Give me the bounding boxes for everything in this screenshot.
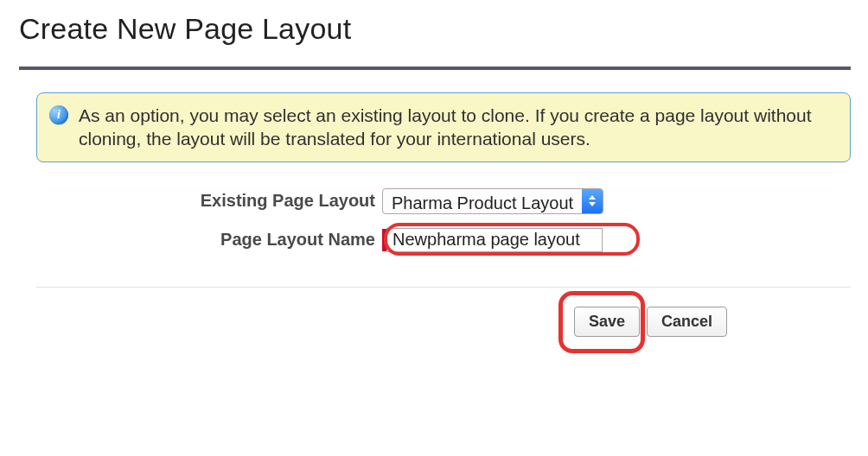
form-panel: i As an option, you may select an existi… [19,66,851,337]
existing-layout-select[interactable]: Pharma Product Layout [382,188,603,214]
info-icon: i [49,105,68,124]
existing-layout-row: Existing Page Layout Pharma Product Layo… [36,188,851,214]
page-layout-name-label: Page Layout Name [36,230,382,250]
save-button[interactable]: Save [574,307,640,337]
cancel-button[interactable]: Cancel [647,307,727,337]
page-title: Create New Page Layout [19,12,851,46]
button-row: Save Cancel [36,287,851,337]
svg-marker-1 [589,202,596,206]
page-layout-name-input[interactable] [386,228,603,252]
existing-layout-label: Existing Page Layout [36,191,382,211]
info-box: i As an option, you may select an existi… [36,92,851,162]
svg-marker-0 [589,195,596,200]
info-text: As an option, you may select an existing… [79,104,839,151]
page-layout-name-row: Page Layout Name [36,228,851,252]
select-caret-icon [582,189,603,213]
existing-layout-value: Pharma Product Layout [383,189,582,213]
